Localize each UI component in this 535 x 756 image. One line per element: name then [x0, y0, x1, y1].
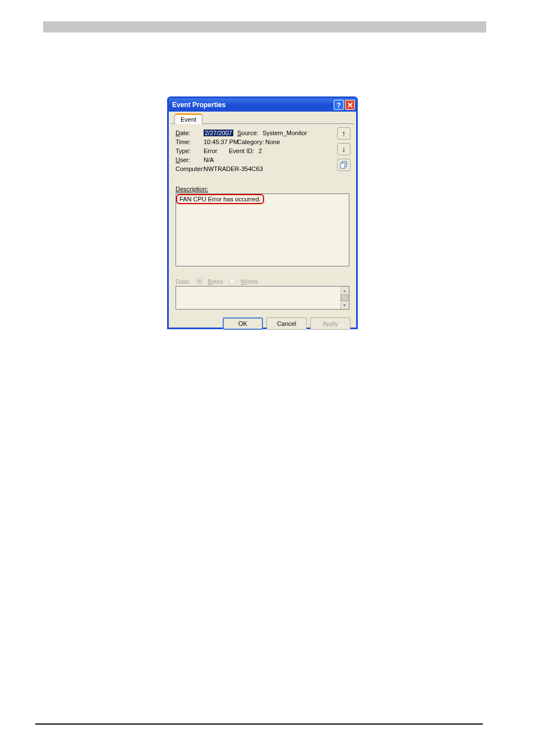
computer-value: NWTRADER-354C63	[204, 165, 263, 172]
dialog-content: ↑ ↓ Date: 2/27/2007 Source: System_Monit…	[169, 124, 356, 313]
time-value: 10:45:37 PM	[204, 139, 238, 145]
cancel-button[interactable]: Cancel	[266, 317, 307, 330]
source-value: System_Monitor	[262, 130, 307, 136]
close-icon[interactable]: ✕	[345, 100, 355, 110]
tab-row: Event	[171, 112, 354, 124]
event-info-grid: Date: 2/27/2007 Source: System_Monitor T…	[176, 130, 349, 186]
event-properties-dialog: Event Properties ? ✕ Event ↑ ↓	[167, 96, 358, 329]
tab-event[interactable]: Event	[174, 114, 202, 124]
cancel-button-label: Cancel	[277, 320, 296, 327]
scroll-up-icon[interactable]: ▴	[341, 287, 348, 294]
user-value: N/A	[204, 156, 214, 163]
date-label: Date:	[176, 130, 190, 136]
category-label: Category:	[237, 139, 264, 145]
titlebar[interactable]: Event Properties ? ✕	[169, 98, 356, 112]
user-label: User:	[176, 156, 190, 163]
ok-button-label: OK	[238, 320, 247, 327]
computer-label: Computer:	[176, 165, 204, 172]
scroll-thumb[interactable]	[341, 294, 348, 301]
ok-button[interactable]: OK	[223, 317, 263, 330]
titlebar-text: Event Properties	[172, 101, 333, 109]
apply-button: Apply	[310, 317, 350, 330]
apply-button-label: Apply	[322, 320, 338, 327]
description-label: Description:	[176, 186, 349, 192]
category-value: None	[265, 139, 280, 145]
tab-label: Event	[181, 116, 196, 123]
bytes-label: Bytes	[207, 278, 223, 285]
type-value: Error	[204, 147, 217, 154]
date-value: 2/27/2007	[204, 130, 233, 136]
words-radio	[229, 278, 236, 285]
page-top-gray-bar	[43, 21, 486, 33]
help-icon[interactable]: ?	[334, 100, 344, 110]
event-id-value: 2	[259, 147, 262, 154]
data-format-row: Data: Bytes Words	[176, 278, 349, 285]
words-label: Words	[241, 278, 259, 285]
type-label: Type:	[176, 147, 191, 154]
source-label: Source:	[237, 130, 259, 136]
description-text: FAN CPU Error has occurred.	[176, 194, 264, 204]
bytes-radio	[196, 278, 203, 285]
scrollbar[interactable]: ▴ ▾	[340, 287, 349, 309]
data-label: Data:	[176, 278, 190, 285]
description-box[interactable]: FAN CPU Error has occurred.	[176, 193, 349, 266]
time-label: Time:	[176, 139, 191, 145]
data-box: ▴ ▾	[176, 286, 349, 310]
scroll-down-icon[interactable]: ▾	[341, 302, 348, 308]
dialog-button-row: OK Cancel Apply	[169, 313, 356, 335]
page-bottom-rule	[35, 723, 483, 725]
event-id-label: Event ID:	[229, 147, 254, 154]
